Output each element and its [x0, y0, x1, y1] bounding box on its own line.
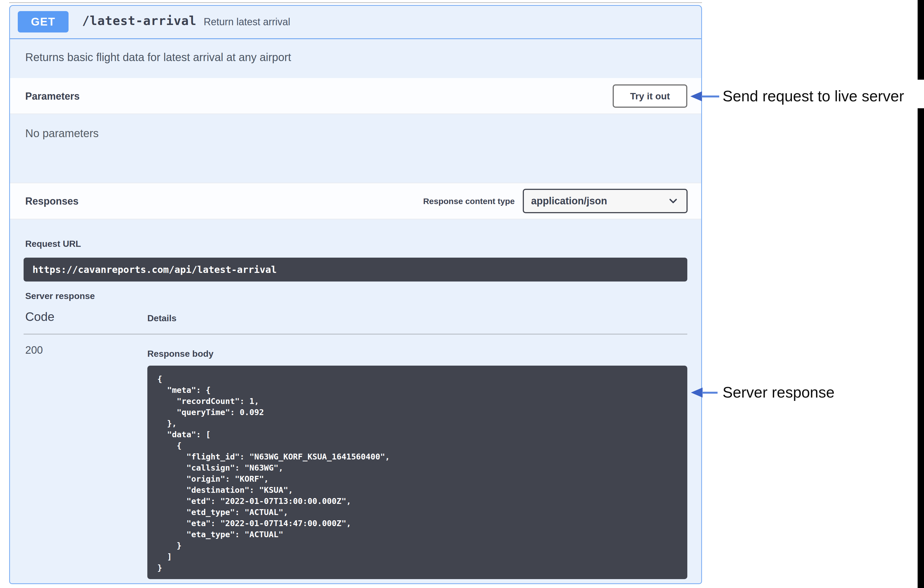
table-divider [23, 334, 687, 335]
request-url-bar: https://cavanreports.com/api/latest-arri… [23, 258, 687, 281]
responses-title: Responses [25, 195, 79, 207]
response-content-type-value: application/json [531, 195, 667, 207]
screen-edge-bar [917, 108, 924, 588]
server-response-label: Server response [25, 291, 95, 301]
annotation-arrow-left-icon [691, 388, 703, 398]
chevron-down-icon [667, 195, 679, 207]
endpoint-summary: Return latest arrival [204, 16, 290, 28]
request-url-value: https://cavanreports.com/api/latest-arri… [33, 264, 277, 275]
response-content-type-label: Response content type [387, 197, 515, 206]
request-url-label: Request URL [25, 239, 81, 249]
details-column-header: Details [147, 313, 177, 324]
annotation-arrow-line [701, 96, 719, 97]
no-parameters-message: No parameters [25, 127, 99, 140]
status-code-value: 200 [25, 344, 43, 356]
screen-edge-bar [917, 0, 924, 80]
annotation-send-request: Send request to live server [723, 87, 904, 105]
response-body-block[interactable]: { "meta": { "recordCount": 1, "queryTime… [147, 366, 687, 579]
response-body-json: { "meta": { "recordCount": 1, "queryTime… [157, 373, 682, 573]
endpoint-description: Returns basic flight data for latest arr… [25, 51, 291, 64]
parameters-header-row [10, 78, 701, 114]
top-divider [9, 2, 702, 3]
annotation-server-response: Server response [723, 383, 835, 401]
operation-header-divider [10, 38, 701, 39]
parameters-title: Parameters [25, 91, 80, 102]
annotation-arrow-line [702, 392, 718, 394]
response-content-type-select[interactable]: application/json [523, 189, 688, 213]
code-column-header: Code [25, 310, 54, 324]
try-it-out-button[interactable]: Try it out [613, 84, 687, 108]
endpoint-path[interactable]: /latest-arrival [82, 13, 196, 28]
annotation-arrow-left-icon [690, 91, 702, 101]
http-method-badge: GET [18, 11, 69, 33]
response-body-label: Response body [147, 349, 213, 359]
